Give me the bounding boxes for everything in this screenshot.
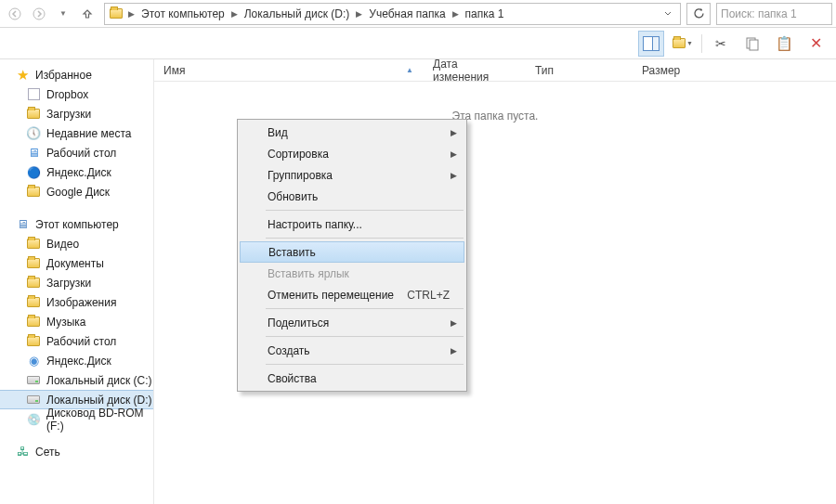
sidebar-item-label: Яндекс.Диск [46,166,111,179]
column-type[interactable]: Тип [526,59,633,81]
chevron-right-icon[interactable]: ▶ [229,9,241,19]
menu-label: Вставить [268,246,316,259]
yandex-disk-icon: ◉ [26,354,41,368]
separator [266,238,464,239]
forward-button[interactable] [28,3,50,25]
up-button[interactable] [76,3,98,25]
column-label: Тип [535,64,554,77]
paste-button[interactable]: 📋 [771,31,797,57]
sidebar-item-drive-c[interactable]: Локальный диск (C:) [0,370,153,390]
breadcrumb-item[interactable]: Этот компьютер [137,4,229,24]
folder-icon [26,334,41,349]
menu-label: Создать [268,344,310,357]
column-label: Дата изменения [433,58,516,84]
chevron-right-icon[interactable]: ▶ [353,9,365,19]
search-input[interactable]: Поиск: папка 1 [716,3,832,25]
sidebar-item-yandex-disk[interactable]: 🔵Яндекс.Диск [0,162,153,182]
sidebar-item-recent[interactable]: 🕔Недавние места [0,123,153,143]
menu-group[interactable]: Группировка▶ [240,164,464,186]
menu-undo-move[interactable]: Отменить перемещениеCTRL+Z [240,284,464,305]
column-name[interactable]: Имя ▲ [154,59,424,81]
svg-rect-3 [644,36,653,50]
menu-label: Группировка [268,169,333,182]
desktop-icon: 🖥 [26,146,41,161]
menu-customize-folder[interactable]: Настроить папку... [240,213,464,235]
column-label: Размер [642,64,680,77]
folder-icon [109,6,124,21]
separator [701,34,702,53]
breadcrumb-item[interactable]: Локальный диск (D:) [241,4,354,24]
menu-paste[interactable]: Вставить [240,241,464,263]
sidebar-item-downloads[interactable]: Загрузки [0,273,153,292]
menu-share[interactable]: Поделиться▶ [240,312,464,333]
separator [266,210,464,211]
drive-icon [26,393,41,407]
menu-sort[interactable]: Сортировка▶ [240,143,464,164]
menu-label: Вид [268,126,288,139]
submenu-arrow-icon: ▶ [451,128,457,137]
sidebar-item-documents[interactable]: Документы [0,253,153,273]
recent-dropdown-button[interactable]: ▼ [52,3,74,25]
folder-icon [26,107,41,122]
breadcrumb-item[interactable]: Учебная папка [365,4,449,24]
sidebar-item-label: Документы [46,257,104,270]
menu-label: Настроить папку... [268,218,362,231]
toolbar: ▼ ✂ 📋 ✕ [0,28,836,59]
sidebar-item-yandex-disk[interactable]: ◉Яндекс.Диск [0,351,153,370]
sidebar-network-section: 🖧 Сеть [0,442,153,461]
sidebar-item-label: Недавние места [46,127,131,140]
view-options-button[interactable]: ▼ [670,31,696,57]
chevron-right-icon[interactable]: ▶ [125,9,137,19]
sidebar-pc-section: 🖥 Этот компьютер Видео Документы Загрузк… [0,214,153,429]
chevron-right-icon[interactable]: ▶ [450,9,462,19]
menu-refresh[interactable]: Обновить [240,186,464,207]
sidebar-item-downloads[interactable]: Загрузки [0,104,153,123]
sidebar-item-label: Загрузки [46,277,91,290]
svg-point-0 [9,8,20,19]
sidebar-favorites[interactable]: ★ Избранное [0,65,153,84]
sidebar: ★ Избранное Dropbox Загрузки 🕔Недавние м… [0,59,153,504]
sidebar-item-google-drive[interactable]: Google Диск [0,182,153,201]
breadcrumb[interactable]: ▶ Этот компьютер ▶ Локальный диск (D:) ▶… [104,3,681,25]
sidebar-item-music[interactable]: Музыка [0,312,153,331]
folder-icon [26,276,41,291]
column-size[interactable]: Размер [633,59,707,81]
sidebar-item-bd-rom[interactable]: 💿Дисковод BD-ROM (F:) [0,409,153,429]
sidebar-item-video[interactable]: Видео [0,234,153,253]
svg-point-1 [33,8,45,19]
sidebar-label: Сеть [35,446,60,459]
refresh-button[interactable] [686,3,711,25]
sidebar-item-pictures[interactable]: Изображения [0,292,153,312]
sidebar-label: Избранное [35,69,92,82]
delete-button[interactable]: ✕ [803,31,829,57]
breadcrumb-history-dropdown[interactable] [660,10,676,18]
sidebar-item-desktop[interactable]: 🖥Рабочий стол [0,143,153,162]
sidebar-item-desktop[interactable]: Рабочий стол [0,331,153,351]
submenu-arrow-icon: ▶ [451,346,457,355]
star-icon: ★ [15,68,30,83]
submenu-arrow-icon: ▶ [451,318,457,328]
menu-label: Обновить [268,190,318,203]
copy-button[interactable] [739,31,765,57]
sidebar-item-dropbox[interactable]: Dropbox [0,84,153,104]
column-headers: Имя ▲ Дата изменения Тип Размер [154,59,836,82]
sidebar-network[interactable]: 🖧 Сеть [0,442,153,461]
column-label: Имя [163,64,185,77]
submenu-arrow-icon: ▶ [451,171,457,180]
preview-pane-button[interactable] [638,31,664,57]
back-button[interactable] [4,3,26,25]
sidebar-item-label: Рабочий стол [46,147,116,160]
sidebar-item-label: Локальный диск (C:) [46,374,152,387]
column-date-modified[interactable]: Дата изменения [424,59,526,81]
cut-button[interactable]: ✂ [708,31,734,57]
sidebar-favorites-section: ★ Избранное Dropbox Загрузки 🕔Недавние м… [0,65,153,201]
menu-view[interactable]: Вид▶ [240,122,464,143]
menu-create[interactable]: Создать▶ [240,340,464,361]
menu-label: Свойства [268,372,317,385]
yandex-disk-icon: 🔵 [26,165,41,180]
menu-properties[interactable]: Свойства [240,368,464,389]
breadcrumb-item[interactable]: папка 1 [462,4,508,24]
sidebar-this-pc[interactable]: 🖥 Этот компьютер [0,214,153,234]
context-menu: Вид▶ Сортировка▶ Группировка▶ Обновить Н… [237,119,467,392]
menu-label: Сортировка [268,148,329,161]
